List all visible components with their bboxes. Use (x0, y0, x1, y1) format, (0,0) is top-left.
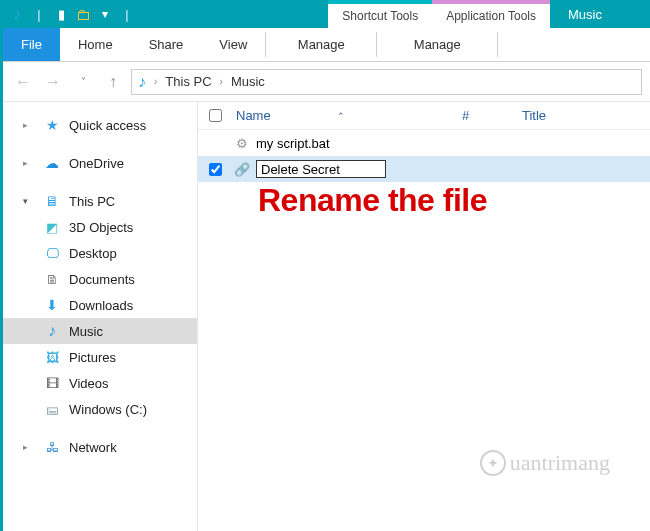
nav-videos[interactable]: 🎞 Videos (3, 370, 197, 396)
row-checkbox[interactable] (198, 163, 232, 176)
recent-locations-dropdown[interactable]: ˅ (71, 70, 95, 94)
nav-label: 3D Objects (69, 220, 133, 235)
column-header-title[interactable]: Title (522, 108, 650, 123)
star-icon: ★ (43, 116, 61, 134)
qat-dropdown-icon[interactable]: ▾ (97, 6, 113, 22)
forward-button[interactable]: → (41, 70, 65, 94)
nav-3d-objects[interactable]: ◩ 3D Objects (3, 214, 197, 240)
nav-label: Desktop (69, 246, 117, 261)
save-icon[interactable]: ▮ (53, 6, 69, 22)
chevron-right-icon[interactable]: › (154, 76, 157, 87)
home-tab[interactable]: Home (60, 28, 131, 61)
desktop-icon: 🖵 (43, 244, 61, 262)
breadcrumb-path[interactable]: ♪ › This PC › Music (131, 69, 642, 95)
breadcrumb-this-pc[interactable]: This PC (165, 74, 211, 89)
nav-pictures[interactable]: 🖼 Pictures (3, 344, 197, 370)
annotation-text: Rename the file (258, 182, 487, 219)
music-icon: ♪ (9, 6, 25, 22)
file-list-pane: Name ⌃ # Title ⚙ my script.bat 🔗 Rename … (198, 102, 650, 531)
address-bar: ← → ˅ ↑ ♪ › This PC › Music (3, 62, 650, 102)
download-icon: ⬇ (43, 296, 61, 314)
chevron-right-icon[interactable]: ▸ (23, 120, 33, 130)
nav-desktop[interactable]: 🖵 Desktop (3, 240, 197, 266)
nav-music[interactable]: ♪ Music (3, 318, 197, 344)
nav-label: Quick access (69, 118, 146, 133)
cube-icon: ◩ (43, 218, 61, 236)
nav-label: Network (69, 440, 117, 455)
nav-label: Downloads (69, 298, 133, 313)
watermark-text: uantrimang (510, 450, 610, 476)
ribbon-separator (497, 32, 498, 57)
window-titlebar: ♪ | ▮ 🗀 ▾ | Shortcut Tools Application T… (3, 0, 650, 28)
file-row[interactable]: ⚙ my script.bat (198, 130, 650, 156)
nav-label: Documents (69, 272, 135, 287)
back-button[interactable]: ← (11, 70, 35, 94)
main-area: ▸ ★ Quick access ▸ ☁ OneDrive ▾ 🖥 This P… (3, 102, 650, 531)
music-icon: ♪ (43, 322, 61, 340)
file-name-editing[interactable] (252, 160, 650, 178)
nav-label: Windows (C:) (69, 402, 147, 417)
monitor-icon: 🖥 (43, 192, 61, 210)
sort-ascending-icon: ⌃ (337, 111, 345, 121)
chevron-down-icon[interactable]: ▾ (23, 196, 33, 206)
nav-label: Music (69, 324, 103, 339)
application-tools-tab[interactable]: Application Tools (432, 0, 550, 28)
nav-downloads[interactable]: ⬇ Downloads (3, 292, 197, 318)
qat-separator: | (31, 6, 47, 22)
bat-file-icon: ⚙ (232, 136, 252, 151)
qat-separator: | (119, 6, 135, 22)
nav-windows-c[interactable]: 🖴 Windows (C:) (3, 396, 197, 422)
view-tab[interactable]: View (201, 28, 265, 61)
breadcrumb-music[interactable]: Music (231, 74, 265, 89)
cloud-icon: ☁ (43, 154, 61, 172)
watermark-badge-icon: ✦ (480, 450, 506, 476)
file-tab[interactable]: File (3, 28, 60, 61)
select-all-checkbox[interactable] (198, 109, 232, 122)
nav-label: Videos (69, 376, 109, 391)
file-name[interactable]: my script.bat (252, 136, 650, 151)
nav-label: OneDrive (69, 156, 124, 171)
shortcut-tools-tab[interactable]: Shortcut Tools (328, 0, 432, 28)
video-icon: 🎞 (43, 374, 61, 392)
chevron-right-icon[interactable]: ▸ (23, 158, 33, 168)
share-tab[interactable]: Share (131, 28, 202, 61)
navigation-pane: ▸ ★ Quick access ▸ ☁ OneDrive ▾ 🖥 This P… (3, 102, 198, 531)
rename-input[interactable] (256, 160, 386, 178)
folder-icon[interactable]: 🗀 (75, 6, 91, 22)
watermark: ✦ uantrimang (480, 450, 610, 476)
nav-label: This PC (69, 194, 115, 209)
nav-label: Pictures (69, 350, 116, 365)
nav-documents[interactable]: 🗎 Documents (3, 266, 197, 292)
column-header-number[interactable]: # (462, 108, 522, 123)
manage-application-tab[interactable]: Manage (377, 28, 497, 61)
column-label: Name (236, 108, 271, 123)
shortcut-file-icon: 🔗 (232, 162, 252, 177)
chevron-right-icon[interactable]: › (220, 76, 223, 87)
picture-icon: 🖼 (43, 348, 61, 366)
network-icon: 🖧 (43, 438, 61, 456)
nav-this-pc[interactable]: ▾ 🖥 This PC (3, 188, 197, 214)
contextual-tool-tabs: Shortcut Tools Application Tools (328, 0, 550, 28)
document-icon: 🗎 (43, 270, 61, 288)
chevron-right-icon[interactable]: ▸ (23, 442, 33, 452)
nav-quick-access[interactable]: ▸ ★ Quick access (3, 112, 197, 138)
up-button[interactable]: ↑ (101, 70, 125, 94)
ribbon-tabs: File Home Share View Manage Manage (3, 28, 650, 62)
file-row-selected[interactable]: 🔗 (198, 156, 650, 182)
music-icon: ♪ (138, 73, 146, 91)
manage-shortcut-tab[interactable]: Manage (266, 28, 376, 61)
column-header-name[interactable]: Name ⌃ (232, 108, 462, 123)
column-headers: Name ⌃ # Title (198, 102, 650, 130)
drive-icon: 🖴 (43, 400, 61, 418)
nav-network[interactable]: ▸ 🖧 Network (3, 434, 197, 460)
quick-access-toolbar: ♪ | ▮ 🗀 ▾ | (3, 0, 141, 28)
window-title: Music (550, 0, 650, 28)
nav-onedrive[interactable]: ▸ ☁ OneDrive (3, 150, 197, 176)
